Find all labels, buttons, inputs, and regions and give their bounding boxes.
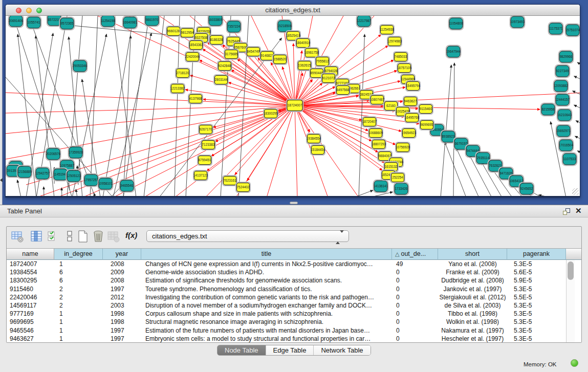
network-node[interactable]: 22420046 [185,52,200,62]
table-row[interactable]: 1456911722003Disruption of a novel membe… [7,301,566,310]
network-node[interactable]: 12213382 [170,83,185,94]
network-node[interactable]: 2803144 [214,75,228,85]
network-node[interactable]: 7623161 [223,176,237,186]
table-row[interactable]: 2242004622012Investigating the contribut… [7,293,566,301]
network-node[interactable]: 18724007 [287,99,303,112]
network-node[interactable]: 12505123 [67,170,81,183]
network-node[interactable]: 4137968 [188,94,203,104]
network-canvas[interactable]: 2069140610557418572219957236511254198166… [6,16,580,196]
citation-network-graph[interactable]: 2069140610557418572219957236511254198166… [6,16,580,196]
network-node[interactable]: 8759451 [198,155,212,165]
network-node[interactable]: 11175371 [549,23,563,35]
network-node[interactable]: 9245652 [519,183,534,195]
network-node[interactable]: 9699695 [420,120,434,130]
network-node[interactable]: 14136141 [374,180,388,193]
network-node[interactable]: 18720407 [362,117,377,127]
table-selector-dropdown[interactable]: citations_edges.txt [146,230,349,242]
network-node[interactable]: 18640910 [296,38,311,48]
network-node[interactable]: 10973493 [510,16,525,29]
table-row[interactable]: 911546021997Tourette syndrome. Phenomeno… [7,285,566,293]
column-header-title[interactable]: title [141,249,392,260]
network-node[interactable]: 9660128 [166,26,181,36]
row-height-icon[interactable] [63,230,76,243]
network-node[interactable]: 9121072 [321,73,336,83]
select-rows-icon[interactable] [47,230,60,243]
network-node[interactable]: 10688609 [368,128,383,138]
column-header-out_de[interactable]: △out_de... [392,249,438,260]
table-row[interactable]: 946554611997Estimation of the future num… [7,326,566,335]
network-node[interactable]: 2718120 [176,68,190,78]
function-builder-icon[interactable]: f(x) [125,231,137,239]
network-node[interactable]: 7123383 [201,140,215,150]
network-node[interactable]: 18543362 [189,40,204,50]
delete-column-icon[interactable] [92,230,105,243]
splitter-handle[interactable] [290,202,298,204]
column-header-year[interactable]: year [103,249,141,260]
network-node[interactable]: 16640981 [123,16,138,29]
network-node[interactable]: 18300295 [264,108,278,119]
table-row[interactable]: 1830029562008Estimation of significance … [7,276,566,285]
network-node[interactable]: 7524402 [236,182,250,192]
network-node[interactable]: 20691406 [9,16,24,28]
network-node[interactable]: 7955812 [315,56,330,67]
network-node[interactable]: 9812954 [180,28,194,38]
network-node[interactable]: 17957253 [84,174,99,187]
network-node[interactable]: 8215958 [541,103,556,116]
network-node[interactable]: 11451941 [53,168,68,181]
network-node[interactable]: 1733426 [394,183,409,195]
network-node[interactable]: 29053346 [73,60,88,73]
window-resize-grip[interactable] [572,188,579,195]
network-node[interactable]: 10958101 [98,178,113,190]
network-node[interactable]: 7357224 [227,20,242,33]
network-node[interactable]: 12942757 [35,167,50,180]
window-titlebar[interactable]: citations_edges.txt [6,5,580,16]
network-node[interactable]: 7485033 [394,52,408,62]
network-node[interactable]: 9463627 [403,96,418,106]
minimize-window-button[interactable] [26,8,32,13]
network-view-window[interactable]: citations_edges.txt 20691406105574185722… [5,4,580,198]
table-row[interactable]: 1938455462009Genome-wide association stu… [7,268,566,276]
network-node[interactable]: 11254198 [101,16,116,28]
network-node[interactable]: 8186328 [209,35,224,45]
network-node[interactable]: 9465546 [120,180,135,192]
network-node[interactable]: 10756928 [396,142,410,152]
network-node[interactable]: 17016504 [559,139,574,152]
network-node[interactable]: 16495768 [405,113,420,123]
network-node[interactable]: 9115460 [419,104,433,114]
network-node[interactable]: 6497568 [336,85,350,95]
network-node[interactable]: 20206576 [46,148,61,161]
network-node[interactable]: 12444157 [555,94,570,106]
network-node[interactable]: 18807293 [372,139,386,149]
network-node[interactable]: 9267170 [199,124,213,135]
network-node[interactable]: 19384554 [307,134,321,144]
close-window-button[interactable] [16,8,21,13]
network-node[interactable]: 12974983 [387,36,402,47]
column-header-pagerank[interactable]: pagerank [507,249,566,260]
network-node[interactable]: 1588520 [273,54,287,64]
vertical-scrollbar[interactable] [566,260,575,342]
tab-edge-table[interactable]: Edge Table [266,345,314,355]
scrollbar-thumb[interactable] [568,261,574,280]
table-row[interactable]: 969969511998Structural magnetic resonanc… [7,318,566,326]
network-node[interactable]: 15184454 [311,145,325,155]
zoom-window-button[interactable] [36,8,42,13]
network-node[interactable]: 11054808 [449,17,464,30]
table-row[interactable]: 946362711997Embryonic stem cells: a mode… [7,335,566,343]
column-header-in_degree[interactable]: in_degree [54,249,103,260]
network-node[interactable]: 14137123 [193,170,208,181]
network-node[interactable]: 252254 [390,172,405,183]
network-node[interactable]: 10807487 [370,95,385,105]
table-row[interactable]: 977716911998Corpus callosum shape and si… [7,310,566,318]
network-node[interactable]: 18757105 [397,63,412,73]
table-options-icon[interactable] [11,230,24,243]
table-row[interactable]: 1872400712008Changes of HCN gene express… [7,260,566,268]
network-node[interactable]: 15495794 [406,81,421,91]
network-node[interactable]: 12156889 [17,166,32,179]
network-node[interactable]: 15751074 [565,24,580,37]
network-node[interactable]: 9242848 [217,61,232,71]
network-node[interactable]: 19647944 [446,46,461,58]
show-columns-icon[interactable] [30,230,43,243]
memory-status-indicator[interactable] [571,359,578,367]
network-node[interactable]: 17359928 [69,146,83,159]
close-panel-icon[interactable]: ✕ [575,206,582,215]
